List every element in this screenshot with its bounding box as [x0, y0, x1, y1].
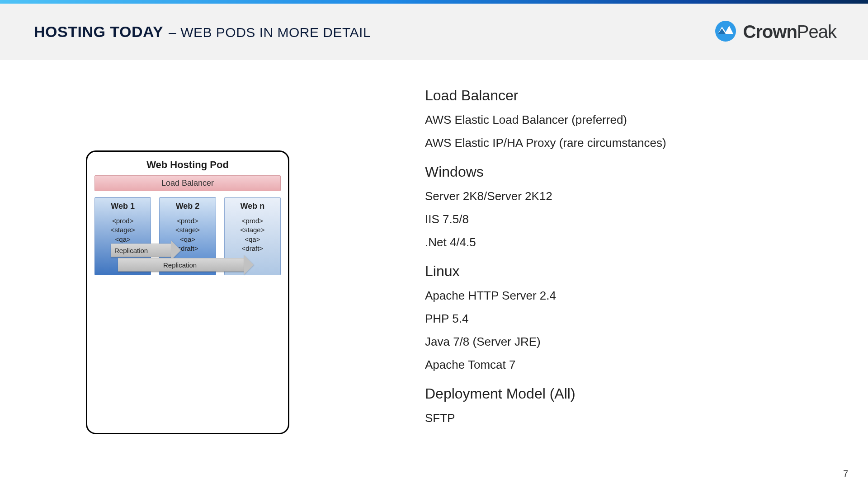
- section-item: Apache Tomcat 7: [425, 358, 666, 372]
- section-item: IIS 7.5/8: [425, 212, 666, 226]
- logo-word-strong: Crown: [743, 22, 797, 42]
- section-title: Deployment Model (All): [425, 385, 666, 402]
- section-item: Server 2K8/Server 2K12: [425, 189, 666, 203]
- section-title: Windows: [425, 164, 666, 180]
- section-item: AWS Elastic IP/HA Proxy (rare circumstan…: [425, 136, 666, 150]
- server-name: Web 2: [162, 202, 212, 211]
- pod-title: Web Hosting Pod: [94, 159, 281, 171]
- slide-title-rest: – WEB PODS IN MORE DETAIL: [169, 25, 371, 40]
- section-item: Apache HTTP Server 2.4: [425, 289, 666, 303]
- server-row: Web 1 <prod> <stage> <qa> <draft> Web 2 …: [94, 197, 281, 275]
- env: <qa>: [227, 235, 278, 244]
- env: <prod>: [227, 216, 278, 225]
- top-gradient-strip: [0, 0, 868, 4]
- logo-word-thin: Peak: [797, 22, 836, 42]
- server-name: Web n: [227, 202, 278, 211]
- slide-title-bold: HOSTING TODAY: [34, 23, 163, 41]
- replication-arrow-1: Replication: [111, 244, 172, 257]
- section-title: Load Balancer: [425, 87, 666, 104]
- section-item: .Net 4/4.5: [425, 235, 666, 249]
- page-number: 7: [843, 469, 848, 479]
- slide-title: HOSTING TODAY – WEB PODS IN MORE DETAIL: [34, 23, 371, 41]
- section-item: SFTP: [425, 411, 666, 425]
- slide-body: Web Hosting Pod Load Balancer Web 1 <pro…: [0, 60, 868, 434]
- crownpeak-logo: CrownPeak: [715, 20, 836, 44]
- replication-label: Replication: [118, 261, 197, 269]
- replication-arrow-2: Replication: [118, 258, 245, 272]
- load-balancer-bar: Load Balancer: [94, 175, 281, 191]
- env: <qa>: [98, 235, 148, 244]
- env: <stage>: [162, 225, 212, 235]
- section-title: Linux: [425, 263, 666, 280]
- crownpeak-logo-icon: [715, 20, 736, 44]
- replication-label: Replication: [111, 247, 148, 254]
- env: <prod>: [98, 216, 148, 225]
- section-item: Java 7/8 (Server JRE): [425, 335, 666, 349]
- svg-point-0: [715, 21, 736, 42]
- env: <stage>: [98, 225, 148, 235]
- content-column: Load Balancer AWS Elastic Load Balancer …: [425, 87, 666, 434]
- env: <qa>: [162, 235, 212, 244]
- env: <stage>: [227, 225, 278, 235]
- web-hosting-pod-diagram: Web Hosting Pod Load Balancer Web 1 <pro…: [86, 150, 289, 434]
- env: <draft>: [227, 244, 278, 253]
- section-item: PHP 5.4: [425, 312, 666, 326]
- section-item: AWS Elastic Load Balancer (preferred): [425, 113, 666, 127]
- server-name: Web 1: [98, 202, 148, 211]
- header-band: HOSTING TODAY – WEB PODS IN MORE DETAIL …: [0, 4, 868, 60]
- env: <prod>: [162, 216, 212, 225]
- crownpeak-logo-text: CrownPeak: [743, 22, 836, 42]
- server-env: <prod> <stage> <qa> <draft>: [227, 216, 278, 253]
